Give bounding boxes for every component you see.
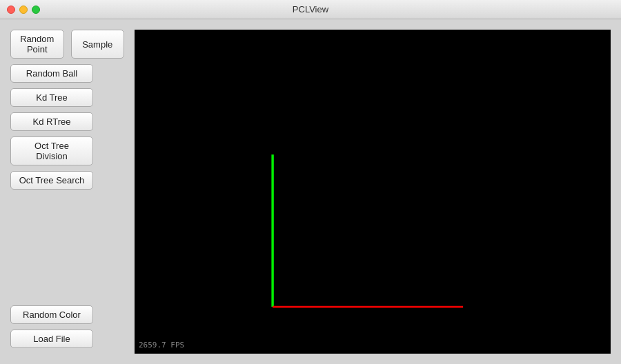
viewport[interactable]: 2659.7 FPS: [135, 30, 611, 354]
oct-tree-search-button[interactable]: Oct Tree Search: [10, 171, 93, 190]
viewport-canvas: [135, 30, 611, 354]
window-controls[interactable]: [7, 6, 40, 14]
sample-button[interactable]: Sample: [71, 30, 125, 59]
spacer: [10, 195, 124, 305]
random-point-button[interactable]: Random Point: [10, 30, 64, 59]
title-bar: PCLView: [0, 0, 621, 19]
random-ball-button[interactable]: Random Ball: [10, 64, 93, 83]
top-button-row: Random Point Sample: [10, 30, 124, 59]
minimize-button[interactable]: [19, 6, 28, 14]
random-color-button[interactable]: Random Color: [10, 305, 93, 324]
close-button[interactable]: [7, 6, 15, 14]
left-panel: Random Point Sample Random Ball Kd Tree …: [0, 19, 135, 364]
kd-tree-button[interactable]: Kd Tree: [10, 88, 93, 107]
window-title: PCLView: [293, 4, 328, 14]
maximize-button[interactable]: [32, 6, 40, 14]
kd-rtree-button[interactable]: Kd RTree: [10, 112, 93, 131]
load-file-button[interactable]: Load File: [10, 330, 93, 348]
main-content: Random Point Sample Random Ball Kd Tree …: [0, 19, 621, 364]
fps-display: 2659.7 FPS: [139, 341, 184, 350]
oct-tree-division-button[interactable]: Oct Tree Division: [10, 136, 93, 165]
